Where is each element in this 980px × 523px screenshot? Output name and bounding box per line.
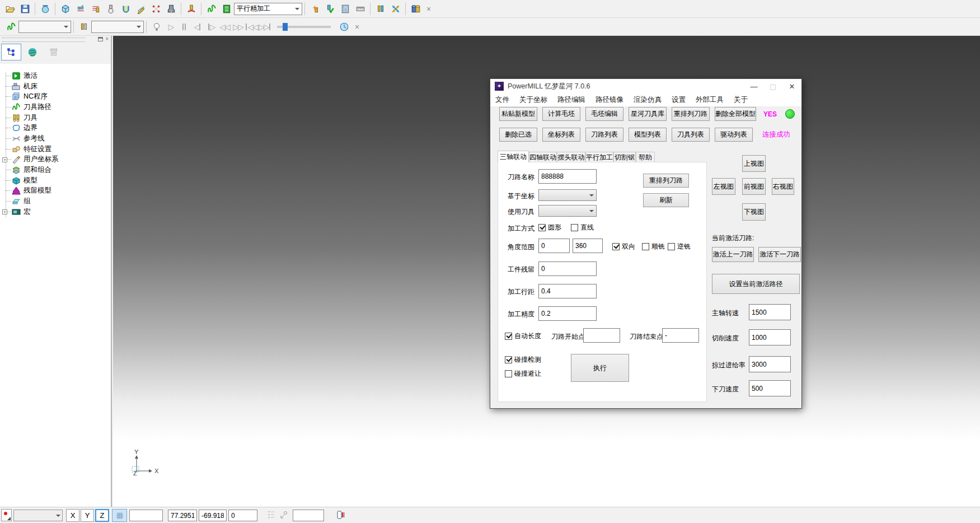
tree-item-pattern[interactable]: 参考线 xyxy=(0,133,111,144)
menu-coords[interactable]: 关于坐标 xyxy=(514,95,552,105)
expand-icon[interactable]: + xyxy=(2,157,7,162)
step-forward-icon[interactable]: ▷ xyxy=(204,22,218,31)
menu-path-edit[interactable]: 路径编辑 xyxy=(552,95,590,105)
use-tool-select[interactable] xyxy=(538,205,597,217)
menu-about[interactable]: 关于 xyxy=(729,95,753,105)
toolpath-name-input[interactable] xyxy=(538,169,597,184)
tree-item-levels[interactable]: 层和组合 xyxy=(0,165,111,175)
toolpath-strategy-icon[interactable] xyxy=(73,2,88,16)
mode-circle-checkbox[interactable]: 圆形 xyxy=(538,223,561,232)
left-view-button[interactable]: 左视图 xyxy=(712,178,735,195)
tab-3axis[interactable]: 三轴联动 xyxy=(498,151,529,162)
menu-path-mirror[interactable]: 路径镜像 xyxy=(590,95,629,105)
tool-list-button[interactable]: 刀具列表 xyxy=(672,128,710,142)
explorer-tree-button[interactable] xyxy=(1,44,21,60)
panel-float-icon[interactable] xyxy=(98,37,103,41)
play-icon[interactable]: ▷ xyxy=(164,22,177,31)
measure-ruler-icon[interactable] xyxy=(353,2,368,16)
axis-x-button[interactable]: X xyxy=(66,509,79,522)
collision-check-icon[interactable] xyxy=(184,2,199,16)
go-start-icon[interactable]: ◁◁ xyxy=(245,22,258,31)
delete-all-models-button[interactable]: 删除全部模型 xyxy=(715,107,756,121)
front-view-button[interactable]: 前视图 xyxy=(742,178,766,195)
create-block-icon[interactable] xyxy=(58,2,73,16)
go-end-icon[interactable]: ▷▷ xyxy=(258,22,271,31)
xyz-list-icon[interactable] xyxy=(268,510,275,519)
delete-selected-button[interactable]: 删除已选 xyxy=(499,128,537,142)
top-view-button[interactable]: 上视图 xyxy=(742,155,766,172)
coord-y-field[interactable] xyxy=(199,510,227,521)
menu-file[interactable]: 文件 xyxy=(490,95,514,105)
calculator-icon[interactable] xyxy=(337,2,353,16)
stepover-input[interactable] xyxy=(538,284,597,298)
cutting-speed-input[interactable] xyxy=(749,329,791,345)
tolerance-input[interactable] xyxy=(538,306,597,321)
right-view-button[interactable]: 右视图 xyxy=(772,178,794,195)
tree-item-model[interactable]: 模型 xyxy=(0,175,111,186)
transform-arrows-icon[interactable] xyxy=(388,2,403,16)
tool-holder-icon[interactable] xyxy=(163,2,179,16)
pause-icon[interactable] xyxy=(177,22,191,31)
slider-thumb[interactable] xyxy=(283,23,288,31)
speed-slider[interactable] xyxy=(277,26,331,28)
tree-item-nc-program[interactable]: NC程序 xyxy=(0,91,111,102)
expand-icon[interactable]: + xyxy=(2,209,7,214)
execute-button[interactable]: 执行 xyxy=(571,354,629,382)
tab-tilt-head[interactable]: 摆头联动 xyxy=(557,152,585,162)
set-active-path-button[interactable]: 设置当前激活路径 xyxy=(712,274,800,294)
stock-cylinders-icon[interactable] xyxy=(408,2,423,16)
base-coord-select[interactable] xyxy=(538,189,597,201)
toolpath-verify-icon[interactable] xyxy=(322,2,337,16)
tab-4axis[interactable]: 四轴联动 xyxy=(529,152,557,162)
sim-tool-dropdown[interactable] xyxy=(91,21,144,33)
menu-external-tools[interactable]: 外部工具 xyxy=(691,95,729,105)
start-point-input[interactable] xyxy=(583,328,620,343)
shaded-render-icon[interactable] xyxy=(37,2,53,16)
step-back-icon[interactable]: ◁ xyxy=(191,22,204,31)
conventional-mill-checkbox[interactable]: 逆铣 xyxy=(668,242,691,251)
statusbar-dropdown[interactable] xyxy=(13,510,63,521)
climb-mill-checkbox[interactable]: 顺铣 xyxy=(642,242,665,251)
tree-item-feature-set[interactable]: 特征设置 xyxy=(0,144,111,155)
coord-z-field[interactable] xyxy=(228,510,257,521)
mode-line-checkbox[interactable]: 直线 xyxy=(571,223,594,232)
drive-list-button[interactable]: 驱动列表 xyxy=(715,128,753,142)
clipboard-icon[interactable] xyxy=(336,510,345,520)
recycle-bin-button[interactable] xyxy=(44,44,64,60)
toolpath-spring-icon[interactable] xyxy=(204,2,219,16)
lamp-icon[interactable] xyxy=(149,20,164,34)
auto-length-checkbox[interactable]: 自动长度 xyxy=(505,331,541,341)
dialog-titlebar[interactable]: ✦ PowerMILL 忆梦星河 7.0.6 — ▢ ✕ xyxy=(490,79,801,94)
measure-field[interactable] xyxy=(293,510,324,521)
pattern-icon[interactable] xyxy=(133,2,148,16)
coord-x-field[interactable] xyxy=(168,510,197,521)
tree-item-machine[interactable]: 机床 xyxy=(0,81,111,92)
tool-library-button[interactable]: 星河刀具库 xyxy=(629,107,667,121)
toolbar-close-icon[interactable]: × xyxy=(423,4,434,13)
points-icon[interactable] xyxy=(148,2,163,16)
sim-toolpath-dropdown[interactable] xyxy=(18,21,71,33)
tree-item-macro[interactable]: +宏 xyxy=(0,207,111,217)
minimize-icon[interactable]: — xyxy=(744,79,763,94)
axis-z-button[interactable]: Z xyxy=(95,509,109,522)
close-icon[interactable]: ✕ xyxy=(782,79,801,94)
bottom-view-button[interactable]: 下视图 xyxy=(742,203,766,221)
open-file-icon[interactable] xyxy=(2,2,17,16)
edit-stock-button[interactable]: 毛坯编辑 xyxy=(585,107,623,121)
picker-red-dot-button[interactable] xyxy=(1,509,12,521)
toolpath-list-button[interactable]: 刀路列表 xyxy=(585,128,623,142)
toolpath-fire-icon[interactable] xyxy=(307,2,322,16)
menu-render-sim[interactable]: 渲染仿真 xyxy=(629,95,667,105)
collision-detect-checkbox[interactable]: 碰撞检测 xyxy=(505,355,541,365)
panel-close-icon[interactable]: × xyxy=(105,36,109,42)
panel-grip[interactable] xyxy=(2,38,85,42)
rewind-icon[interactable]: ◁◁ xyxy=(218,22,231,31)
tree-item-workplane[interactable]: +用户坐标系 xyxy=(0,155,111,165)
grid-size-field[interactable] xyxy=(129,510,163,521)
angle-to-input[interactable] xyxy=(573,239,603,253)
stock-allowance-input[interactable] xyxy=(538,262,597,276)
web-globe-button[interactable] xyxy=(22,44,43,60)
model-list-button[interactable]: 模型列表 xyxy=(629,128,667,142)
ball-tool-icon[interactable] xyxy=(103,2,118,16)
plunge-feed-input[interactable] xyxy=(749,380,791,396)
